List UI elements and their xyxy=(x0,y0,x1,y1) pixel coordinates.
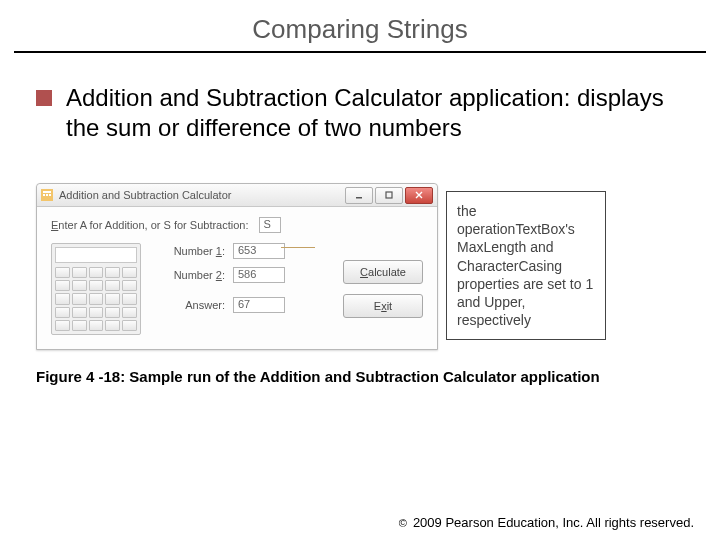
slide: Comparing Strings Addition and Subtracti… xyxy=(0,0,720,540)
lower-area: Number 1: 653 Number 2: 586 Answer: xyxy=(51,243,423,335)
calculate-button[interactable]: Calculate xyxy=(343,260,423,284)
bullet-text: Addition and Subtraction Calculator appl… xyxy=(66,83,684,143)
window-controls xyxy=(345,187,433,204)
callout-box: the operationTextBox's MaxLength and Cha… xyxy=(446,191,606,340)
number1-row: Number 1: 653 xyxy=(159,243,325,259)
slide-body: Addition and Subtraction Calculator appl… xyxy=(0,53,720,143)
figure-caption: Figure 4 -18: Sample run of the Addition… xyxy=(36,368,684,385)
fields-column: Number 1: 653 Number 2: 586 Answer: xyxy=(159,243,325,335)
window-title: Addition and Subtraction Calculator xyxy=(59,189,345,201)
figure: Addition and Subtraction Calculator xyxy=(36,183,684,350)
calc-thumb-display xyxy=(55,247,137,263)
operation-row: Enter A for Addition, or S for Subtracti… xyxy=(51,217,423,233)
window-titlebar: Addition and Subtraction Calculator xyxy=(37,184,437,207)
app-window: Addition and Subtraction Calculator xyxy=(36,183,438,350)
slide-title: Comparing Strings xyxy=(0,0,720,51)
footer: © 2009 Pearson Education, Inc. All right… xyxy=(399,515,694,530)
operation-label: Enter A for Addition, or S for Subtracti… xyxy=(51,219,249,231)
calculator-thumbnail xyxy=(51,243,141,335)
copyright-icon: © xyxy=(399,517,407,529)
svg-rect-1 xyxy=(43,191,51,193)
maximize-button[interactable] xyxy=(375,187,403,204)
svg-rect-4 xyxy=(49,194,51,196)
number1-label: Number 1: xyxy=(159,245,233,257)
number1-input[interactable]: 653 xyxy=(233,243,285,259)
close-button[interactable] xyxy=(405,187,433,204)
answer-output: 67 xyxy=(233,297,285,313)
svg-rect-6 xyxy=(386,192,392,198)
answer-row: Answer: 67 xyxy=(159,297,325,313)
minimize-button[interactable] xyxy=(345,187,373,204)
svg-rect-5 xyxy=(356,197,362,199)
footer-text: 2009 Pearson Education, Inc. All rights … xyxy=(413,515,694,530)
button-column: Calculate Exit xyxy=(343,243,423,335)
operation-input[interactable]: S xyxy=(259,217,281,233)
svg-rect-2 xyxy=(43,194,45,196)
answer-label: Answer: xyxy=(159,299,233,311)
app-icon xyxy=(41,189,53,201)
number2-input[interactable]: 586 xyxy=(233,267,285,283)
form-area: Enter A for Addition, or S for Subtracti… xyxy=(37,207,437,349)
exit-button[interactable]: Exit xyxy=(343,294,423,318)
calc-thumb-keys xyxy=(55,267,137,331)
square-bullet-icon xyxy=(36,90,52,106)
number2-row: Number 2: 586 xyxy=(159,267,325,283)
number2-label: Number 2: xyxy=(159,269,233,281)
bullet-item: Addition and Subtraction Calculator appl… xyxy=(36,83,684,143)
svg-rect-3 xyxy=(46,194,48,196)
